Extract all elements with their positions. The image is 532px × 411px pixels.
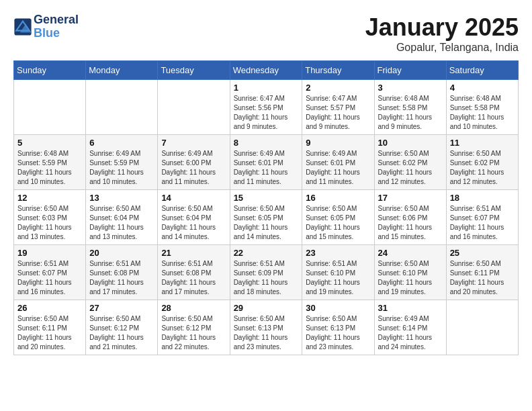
calendar-day-cell: 8Sunrise: 6:49 AM Sunset: 6:01 PM Daylig… bbox=[230, 135, 302, 190]
calendar-day-cell: 15Sunrise: 6:50 AM Sunset: 6:05 PM Dayli… bbox=[230, 190, 302, 245]
calendar-day-cell: 22Sunrise: 6:51 AM Sunset: 6:09 PM Dayli… bbox=[230, 245, 302, 300]
calendar-day-cell: 1Sunrise: 6:47 AM Sunset: 5:56 PM Daylig… bbox=[230, 80, 302, 135]
day-number: 22 bbox=[234, 248, 299, 258]
day-number: 2 bbox=[306, 83, 370, 93]
logo: GeneralBlue bbox=[13, 13, 79, 40]
calendar-day-cell: 23Sunrise: 6:51 AM Sunset: 6:10 PM Dayli… bbox=[302, 245, 374, 300]
day-number: 24 bbox=[378, 248, 443, 258]
day-info: Sunrise: 6:50 AM Sunset: 6:10 PM Dayligh… bbox=[378, 259, 443, 297]
weekday-header-row: SundayMondayTuesdayWednesdayThursdayFrid… bbox=[14, 61, 519, 80]
calendar-day-cell: 30Sunrise: 6:50 AM Sunset: 6:13 PM Dayli… bbox=[302, 300, 374, 355]
calendar-week-row: 5Sunrise: 6:48 AM Sunset: 5:59 PM Daylig… bbox=[14, 135, 519, 190]
day-info: Sunrise: 6:50 AM Sunset: 6:03 PM Dayligh… bbox=[17, 204, 82, 242]
calendar-day-cell: 19Sunrise: 6:51 AM Sunset: 6:07 PM Dayli… bbox=[14, 245, 86, 300]
day-number: 30 bbox=[306, 303, 370, 313]
calendar-day-cell: 17Sunrise: 6:50 AM Sunset: 6:06 PM Dayli… bbox=[374, 190, 446, 245]
calendar-day-cell: 28Sunrise: 6:50 AM Sunset: 6:12 PM Dayli… bbox=[158, 300, 230, 355]
calendar-day-cell bbox=[446, 300, 518, 355]
day-info: Sunrise: 6:50 AM Sunset: 6:12 PM Dayligh… bbox=[161, 314, 226, 352]
subtitle: Gopalur, Telangana, India bbox=[365, 42, 519, 54]
day-number: 20 bbox=[89, 248, 154, 258]
day-info: Sunrise: 6:50 AM Sunset: 6:12 PM Dayligh… bbox=[89, 314, 154, 352]
calendar-day-cell: 7Sunrise: 6:49 AM Sunset: 6:00 PM Daylig… bbox=[158, 135, 230, 190]
day-number: 17 bbox=[378, 193, 443, 203]
day-number: 5 bbox=[17, 138, 82, 148]
calendar-day-cell: 3Sunrise: 6:48 AM Sunset: 5:58 PM Daylig… bbox=[374, 80, 446, 135]
month-title: January 2025 bbox=[365, 13, 519, 42]
weekday-header-cell: Friday bbox=[374, 61, 446, 80]
calendar-day-cell: 16Sunrise: 6:50 AM Sunset: 6:05 PM Dayli… bbox=[302, 190, 374, 245]
day-info: Sunrise: 6:51 AM Sunset: 6:08 PM Dayligh… bbox=[89, 259, 154, 297]
calendar-day-cell: 24Sunrise: 6:50 AM Sunset: 6:10 PM Dayli… bbox=[374, 245, 446, 300]
day-number: 23 bbox=[306, 248, 370, 258]
calendar-day-cell: 18Sunrise: 6:51 AM Sunset: 6:07 PM Dayli… bbox=[446, 190, 518, 245]
calendar-day-cell bbox=[14, 80, 86, 135]
day-info: Sunrise: 6:47 AM Sunset: 5:56 PM Dayligh… bbox=[234, 94, 299, 132]
calendar-day-cell: 14Sunrise: 6:50 AM Sunset: 6:04 PM Dayli… bbox=[158, 190, 230, 245]
day-info: Sunrise: 6:50 AM Sunset: 6:05 PM Dayligh… bbox=[234, 204, 299, 242]
day-info: Sunrise: 6:50 AM Sunset: 6:04 PM Dayligh… bbox=[89, 204, 154, 242]
day-number: 18 bbox=[450, 193, 515, 203]
day-number: 3 bbox=[378, 83, 443, 93]
calendar-table: SundayMondayTuesdayWednesdayThursdayFrid… bbox=[13, 60, 519, 355]
calendar-day-cell: 25Sunrise: 6:50 AM Sunset: 6:11 PM Dayli… bbox=[446, 245, 518, 300]
calendar-day-cell: 29Sunrise: 6:50 AM Sunset: 6:13 PM Dayli… bbox=[230, 300, 302, 355]
day-info: Sunrise: 6:51 AM Sunset: 6:08 PM Dayligh… bbox=[161, 259, 226, 297]
calendar-day-cell: 5Sunrise: 6:48 AM Sunset: 5:59 PM Daylig… bbox=[14, 135, 86, 190]
day-info: Sunrise: 6:50 AM Sunset: 6:13 PM Dayligh… bbox=[306, 314, 370, 352]
calendar-day-cell: 31Sunrise: 6:49 AM Sunset: 6:14 PM Dayli… bbox=[374, 300, 446, 355]
day-number: 12 bbox=[17, 193, 82, 203]
weekday-header-cell: Wednesday bbox=[230, 61, 302, 80]
calendar-day-cell: 12Sunrise: 6:50 AM Sunset: 6:03 PM Dayli… bbox=[14, 190, 86, 245]
page-header: GeneralBlue January 2025 Gopalur, Telang… bbox=[13, 13, 519, 54]
day-info: Sunrise: 6:49 AM Sunset: 6:01 PM Dayligh… bbox=[234, 149, 299, 187]
day-number: 9 bbox=[306, 138, 370, 148]
calendar-week-row: 26Sunrise: 6:50 AM Sunset: 6:11 PM Dayli… bbox=[14, 300, 519, 355]
day-number: 10 bbox=[378, 138, 443, 148]
day-info: Sunrise: 6:51 AM Sunset: 6:07 PM Dayligh… bbox=[450, 204, 515, 242]
weekday-header-cell: Sunday bbox=[14, 61, 86, 80]
calendar-day-cell: 11Sunrise: 6:50 AM Sunset: 6:02 PM Dayli… bbox=[446, 135, 518, 190]
day-number: 13 bbox=[89, 193, 154, 203]
day-info: Sunrise: 6:50 AM Sunset: 6:02 PM Dayligh… bbox=[378, 149, 443, 187]
day-info: Sunrise: 6:50 AM Sunset: 6:04 PM Dayligh… bbox=[161, 204, 226, 242]
day-info: Sunrise: 6:51 AM Sunset: 6:09 PM Dayligh… bbox=[234, 259, 299, 297]
day-number: 4 bbox=[450, 83, 515, 93]
day-info: Sunrise: 6:50 AM Sunset: 6:13 PM Dayligh… bbox=[234, 314, 299, 352]
calendar-day-cell: 9Sunrise: 6:49 AM Sunset: 6:01 PM Daylig… bbox=[302, 135, 374, 190]
weekday-header-cell: Tuesday bbox=[158, 61, 230, 80]
day-number: 1 bbox=[234, 83, 299, 93]
day-number: 7 bbox=[161, 138, 226, 148]
day-info: Sunrise: 6:49 AM Sunset: 5:59 PM Dayligh… bbox=[89, 149, 154, 187]
day-number: 6 bbox=[89, 138, 154, 148]
day-info: Sunrise: 6:48 AM Sunset: 5:58 PM Dayligh… bbox=[450, 94, 515, 132]
title-block: January 2025 Gopalur, Telangana, India bbox=[365, 13, 519, 54]
calendar-body: 1Sunrise: 6:47 AM Sunset: 5:56 PM Daylig… bbox=[14, 80, 519, 355]
day-info: Sunrise: 6:51 AM Sunset: 6:07 PM Dayligh… bbox=[17, 259, 82, 297]
weekday-header-cell: Monday bbox=[86, 61, 158, 80]
calendar-day-cell: 26Sunrise: 6:50 AM Sunset: 6:11 PM Dayli… bbox=[14, 300, 86, 355]
calendar-day-cell: 21Sunrise: 6:51 AM Sunset: 6:08 PM Dayli… bbox=[158, 245, 230, 300]
day-number: 14 bbox=[161, 193, 226, 203]
calendar-day-cell: 20Sunrise: 6:51 AM Sunset: 6:08 PM Dayli… bbox=[86, 245, 158, 300]
day-info: Sunrise: 6:49 AM Sunset: 6:01 PM Dayligh… bbox=[306, 149, 370, 187]
day-info: Sunrise: 6:47 AM Sunset: 5:57 PM Dayligh… bbox=[306, 94, 370, 132]
day-number: 26 bbox=[17, 303, 82, 313]
day-info: Sunrise: 6:48 AM Sunset: 5:58 PM Dayligh… bbox=[378, 94, 443, 132]
day-info: Sunrise: 6:48 AM Sunset: 5:59 PM Dayligh… bbox=[17, 149, 82, 187]
day-number: 27 bbox=[89, 303, 154, 313]
day-number: 25 bbox=[450, 248, 515, 258]
day-number: 11 bbox=[450, 138, 515, 148]
logo-text: GeneralBlue bbox=[34, 13, 79, 40]
day-number: 31 bbox=[378, 303, 443, 313]
day-number: 21 bbox=[161, 248, 226, 258]
weekday-header-cell: Thursday bbox=[302, 61, 374, 80]
logo-icon bbox=[13, 17, 32, 36]
day-info: Sunrise: 6:49 AM Sunset: 6:00 PM Dayligh… bbox=[161, 149, 226, 187]
calendar-day-cell: 27Sunrise: 6:50 AM Sunset: 6:12 PM Dayli… bbox=[86, 300, 158, 355]
day-info: Sunrise: 6:50 AM Sunset: 6:02 PM Dayligh… bbox=[450, 149, 515, 187]
calendar-week-row: 12Sunrise: 6:50 AM Sunset: 6:03 PM Dayli… bbox=[14, 190, 519, 245]
day-number: 29 bbox=[234, 303, 299, 313]
day-info: Sunrise: 6:51 AM Sunset: 6:10 PM Dayligh… bbox=[306, 259, 370, 297]
calendar-day-cell: 10Sunrise: 6:50 AM Sunset: 6:02 PM Dayli… bbox=[374, 135, 446, 190]
